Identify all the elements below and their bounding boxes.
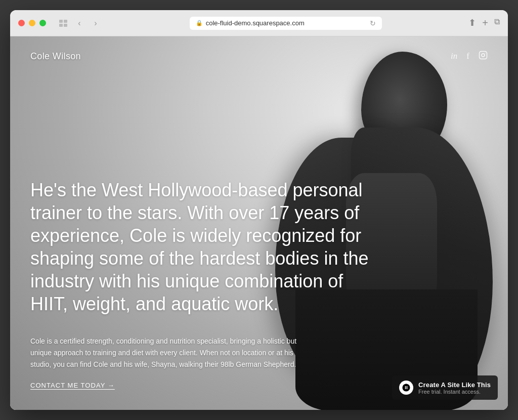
maximize-button[interactable] xyxy=(39,20,46,26)
instagram-icon xyxy=(479,51,488,60)
address-bar: 🔒 cole-fluid-demo.squarespace.com ↻ xyxy=(109,17,462,30)
traffic-lights xyxy=(18,20,46,26)
svg-rect-1 xyxy=(64,20,67,23)
url-field[interactable]: 🔒 cole-fluid-demo.squarespace.com ↻ xyxy=(190,17,382,30)
cta-link[interactable]: CONTACT ME TODAY → xyxy=(30,382,115,389)
squarespace-logo xyxy=(399,381,413,395)
website-content: Cole Wilson in f xyxy=(10,36,508,410)
url-text: cole-fluid-demo.squarespace.com xyxy=(206,19,305,27)
tab-grid-icon[interactable] xyxy=(56,16,70,30)
svg-point-6 xyxy=(485,53,486,54)
site-header: Cole Wilson in f xyxy=(10,36,508,76)
site-logo: Cole Wilson xyxy=(30,51,81,62)
back-button[interactable]: ‹ xyxy=(72,16,87,30)
svg-rect-3 xyxy=(64,24,67,27)
add-tab-button[interactable]: + xyxy=(482,17,488,29)
browser-window: ‹ › 🔒 cole-fluid-demo.squarespace.com ↻ … xyxy=(10,10,508,410)
minimize-button[interactable] xyxy=(29,20,35,26)
instagram-link[interactable] xyxy=(479,51,488,62)
svg-rect-0 xyxy=(59,20,63,23)
hero-headline: He's the West Hollywood-based personal t… xyxy=(30,179,374,315)
browser-chrome: ‹ › 🔒 cole-fluid-demo.squarespace.com ↻ … xyxy=(10,10,508,36)
linkedin-icon: in xyxy=(451,51,457,61)
squarespace-badge[interactable]: Create A Site Like This Free trial. Inst… xyxy=(392,375,498,400)
svg-rect-2 xyxy=(59,24,63,27)
forward-icon: › xyxy=(94,19,97,28)
linkedin-link[interactable]: in xyxy=(451,51,457,61)
badge-main-text: Create A Site Like This xyxy=(418,381,491,389)
close-button[interactable] xyxy=(18,20,25,26)
svg-rect-4 xyxy=(480,52,487,59)
facebook-icon: f xyxy=(466,51,469,61)
facebook-link[interactable]: f xyxy=(466,51,469,61)
hero-body-text: Cole is a certified strength, conditioni… xyxy=(30,335,304,370)
share-button[interactable]: ⬆ xyxy=(468,17,476,29)
back-icon: ‹ xyxy=(78,19,80,28)
forward-button[interactable]: › xyxy=(89,16,103,30)
svg-point-5 xyxy=(482,54,485,57)
badge-text-group: Create A Site Like This Free trial. Inst… xyxy=(418,381,491,395)
hero-content: He's the West Hollywood-based personal t… xyxy=(10,158,508,410)
lock-icon: 🔒 xyxy=(196,20,203,26)
social-links: in f xyxy=(451,51,488,62)
browser-navigation: ‹ › xyxy=(56,16,103,30)
browser-actions: ⬆ + ⧉ xyxy=(468,17,500,29)
badge-sub-text: Free trial. Instant access. xyxy=(418,389,491,395)
refresh-button[interactable]: ↻ xyxy=(370,19,376,27)
windows-button[interactable]: ⧉ xyxy=(494,17,500,29)
